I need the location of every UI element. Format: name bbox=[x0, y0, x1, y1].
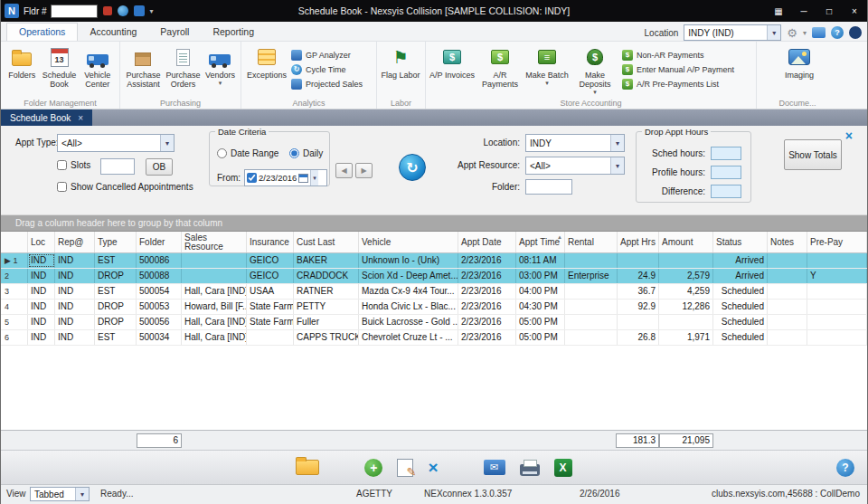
cell-notes[interactable] bbox=[768, 284, 807, 299]
cell-appt-time[interactable]: 03:00 PM bbox=[516, 269, 565, 283]
cell-sales-resource[interactable]: Howard, Bill [F... bbox=[182, 300, 247, 314]
column-header-pre-pay[interactable]: Pre-Pay bbox=[807, 232, 867, 252]
ribbon-non-ar-payments-button[interactable]: $ Non-AR Payments bbox=[622, 50, 734, 61]
column-header-notes[interactable]: Notes bbox=[768, 232, 807, 252]
cell-vehicle[interactable]: Unknown Io - (Unk) bbox=[359, 253, 458, 268]
column-header-appt-date[interactable]: Appt Date bbox=[458, 232, 516, 252]
cancel-button[interactable] bbox=[428, 458, 438, 478]
gear-icon[interactable]: ⚙ bbox=[787, 26, 797, 40]
cell-notes[interactable] bbox=[768, 330, 807, 345]
cell-amount[interactable] bbox=[659, 253, 713, 268]
location-filter-dropdown[interactable]: INDY bbox=[525, 134, 625, 152]
location-dropdown[interactable]: INDY (IND) bbox=[684, 24, 781, 41]
fldr-input[interactable] bbox=[51, 5, 98, 18]
help-button[interactable]: ? bbox=[836, 459, 854, 477]
cell-appt-date[interactable]: 2/23/2016 bbox=[458, 253, 516, 268]
quick-access-caret-icon[interactable]: ▾ bbox=[150, 7, 154, 15]
cell-amount[interactable]: 4,259 bbox=[659, 284, 713, 299]
cell-cust-last[interactable]: Fuller bbox=[294, 315, 359, 329]
cell-notes[interactable] bbox=[768, 269, 807, 283]
sched-hours-input[interactable] bbox=[711, 147, 741, 160]
cell-rep[interactable]: IND bbox=[55, 269, 95, 283]
close-button[interactable]: × bbox=[842, 0, 867, 22]
cell-status[interactable]: Scheduled bbox=[713, 300, 768, 314]
ribbon-vendors-button[interactable]: Vendors ▾ bbox=[203, 43, 238, 98]
cell-amount[interactable] bbox=[659, 315, 713, 329]
open-folder-button[interactable] bbox=[296, 460, 319, 475]
gear-caret-icon[interactable]: ▾ bbox=[803, 29, 807, 37]
cell-amount[interactable]: 2,579 bbox=[659, 269, 713, 283]
cell-insurance[interactable]: GEICO bbox=[247, 269, 294, 283]
ribbon-imaging-button[interactable]: Imaging bbox=[776, 43, 823, 98]
cell-appt-date[interactable]: 2/23/2016 bbox=[458, 284, 516, 299]
ribbon-ar-prepayments-list-button[interactable]: $ A/R Pre-Payments List bbox=[622, 79, 734, 90]
column-header-cust-last[interactable]: Cust Last bbox=[294, 232, 359, 252]
cell-loc[interactable]: IND bbox=[28, 269, 55, 283]
cell-loc[interactable]: IND bbox=[28, 253, 55, 268]
ribbon-exceptions-button[interactable]: Exceptions bbox=[244, 43, 289, 98]
show-totals-button[interactable]: Show Totals bbox=[784, 139, 842, 170]
ribbon-tab-accounting[interactable]: Accounting bbox=[78, 24, 148, 41]
column-header-loc[interactable]: Loc bbox=[28, 232, 55, 252]
cell-sales-resource[interactable] bbox=[182, 269, 247, 283]
ribbon-make-batch-button[interactable]: ≡ Make Batch ▾ bbox=[524, 43, 570, 98]
cell-cust-last[interactable]: CRADDOCK bbox=[294, 269, 359, 283]
ribbon-enter-manual-ap-payment-button[interactable]: $ Enter Manual A/P Payment bbox=[622, 64, 734, 75]
from-date-picker[interactable]: 2/23/2016 ▾ bbox=[244, 169, 327, 186]
cell-pre-pay[interactable] bbox=[807, 300, 867, 314]
cell-pre-pay[interactable] bbox=[807, 284, 867, 299]
daily-radio-input[interactable] bbox=[289, 148, 299, 158]
cell-appt-hrs[interactable]: 92.9 bbox=[618, 300, 659, 314]
minimize-button[interactable]: ─ bbox=[791, 0, 816, 22]
cell-folder[interactable]: 500088 bbox=[137, 269, 182, 283]
cell-type[interactable]: EST bbox=[95, 253, 137, 268]
prev-day-button[interactable]: ◀ bbox=[335, 163, 353, 178]
cell-sales-resource[interactable] bbox=[182, 253, 247, 268]
cell-appt-date[interactable]: 2/23/2016 bbox=[458, 300, 516, 314]
ribbon-ar-payments-button[interactable]: $ A/R Payments bbox=[476, 43, 524, 98]
cell-rep[interactable]: IND bbox=[55, 330, 95, 345]
cell-rental[interactable]: Enterprise bbox=[565, 269, 618, 283]
cell-appt-time[interactable]: 05:00 PM bbox=[516, 315, 565, 329]
cell-appt-date[interactable]: 2/23/2016 bbox=[458, 269, 516, 283]
show-cancelled-checkbox-input[interactable] bbox=[57, 182, 67, 192]
cell-type[interactable]: DROP bbox=[95, 269, 137, 283]
cell-cust-last[interactable]: RATNER bbox=[294, 284, 359, 299]
cell-status[interactable]: Arrived bbox=[713, 269, 768, 283]
cell-appt-time[interactable]: 05:00 PM bbox=[516, 330, 565, 345]
cell-vehicle[interactable]: Scion Xd - Deep Amet... bbox=[359, 269, 458, 283]
table-row[interactable]: 6INDINDEST500034Hall, Cara [IND]CAPPS TR… bbox=[1, 330, 867, 346]
cell-cust-last[interactable]: BAKER bbox=[294, 253, 359, 268]
table-row[interactable]: 5INDINDDROP500056Hall, Cara [IND]State F… bbox=[1, 315, 867, 330]
cell-appt-hrs[interactable]: 24.9 bbox=[618, 269, 659, 283]
column-header-appt-hrs[interactable]: Appt Hrs bbox=[618, 232, 659, 252]
slots-input[interactable] bbox=[100, 158, 135, 175]
cell-insurance[interactable]: State Farm bbox=[247, 315, 294, 329]
tab-close-icon[interactable]: × bbox=[78, 113, 83, 123]
column-header-rental[interactable]: Rental bbox=[565, 232, 618, 252]
cell-appt-hrs[interactable] bbox=[618, 253, 659, 268]
apps-grid-button[interactable]: ▦ bbox=[766, 0, 791, 22]
ribbon-vehicle-center-button[interactable]: Vehicle Center bbox=[79, 43, 117, 98]
cell-pre-pay[interactable] bbox=[807, 330, 867, 345]
cell-sales-resource[interactable]: Hall, Cara [IND] bbox=[182, 330, 247, 345]
cell-sales-resource[interactable]: Hall, Cara [IND] bbox=[182, 315, 247, 329]
email-button[interactable] bbox=[484, 460, 505, 475]
cell-pre-pay[interactable] bbox=[807, 253, 867, 268]
ribbon-cycle-time-button[interactable]: ↻ Cycle Time bbox=[291, 64, 363, 75]
difference-input[interactable] bbox=[711, 185, 741, 198]
from-date-checkbox[interactable] bbox=[247, 173, 257, 183]
cell-folder[interactable]: 500054 bbox=[137, 284, 182, 299]
cell-rental[interactable] bbox=[565, 300, 618, 314]
cell-pre-pay[interactable]: Y bbox=[807, 269, 867, 283]
cell-pre-pay[interactable] bbox=[807, 315, 867, 329]
ribbon-make-deposits-button[interactable]: $ Make Deposits ▾ bbox=[570, 43, 620, 98]
show-cancelled-checkbox[interactable]: Show Cancelled Appointments bbox=[57, 182, 193, 192]
print-button[interactable] bbox=[520, 460, 540, 476]
export-excel-button[interactable] bbox=[554, 459, 572, 477]
profile-hours-input[interactable] bbox=[711, 166, 741, 179]
go-icon[interactable] bbox=[103, 6, 112, 15]
slots-checkbox[interactable]: Slots bbox=[57, 160, 90, 170]
cell-cust-last[interactable]: CAPPS TRUCK ... bbox=[294, 330, 359, 345]
cell-cust-last[interactable]: PETTY bbox=[294, 300, 359, 314]
